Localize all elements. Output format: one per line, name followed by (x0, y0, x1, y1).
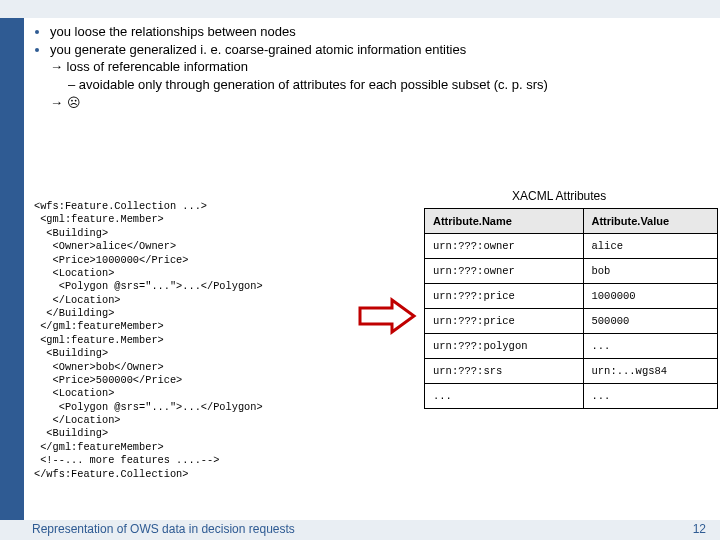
header-bar (0, 0, 720, 18)
svg-marker-0 (360, 300, 414, 332)
cell-name: urn:???:owner (425, 259, 584, 284)
cell-value: alice (583, 234, 718, 259)
cell-name: ... (425, 384, 584, 409)
slide: you loose the relationships between node… (0, 0, 720, 540)
cell-name: urn:???:price (425, 309, 584, 334)
loss-line: → loss of referencable information (50, 59, 248, 74)
arrow-sad: → ☹ (50, 95, 81, 110)
bullet-2-text: you generate generalized i. e. coarse-gr… (50, 42, 466, 57)
arrow-icon (358, 296, 418, 336)
xml-code-block: <wfs:Feature.Collection ...> <gml:featur… (34, 200, 350, 481)
table-row: urn:???:price 1000000 (425, 284, 718, 309)
lower-area: <wfs:Feature.Collection ...> <gml:featur… (34, 188, 710, 494)
cell-value: urn:...wgs84 (583, 359, 718, 384)
cell-value: 1000000 (583, 284, 718, 309)
table-row: urn:???:owner bob (425, 259, 718, 284)
table-row: urn:???:srs urn:...wgs84 (425, 359, 718, 384)
bullet-2: you generate generalized i. e. coarse-gr… (50, 42, 714, 111)
bullet-list-area: you loose the relationships between node… (34, 24, 714, 113)
cell-value: 500000 (583, 309, 718, 334)
cell-value: bob (583, 259, 718, 284)
cell-name: urn:???:price (425, 284, 584, 309)
dash-1: avoidable only through generation of att… (68, 77, 714, 93)
cell-value: ... (583, 334, 718, 359)
side-bar (0, 18, 24, 522)
table-caption: XACML Attributes (512, 189, 606, 203)
cell-name: urn:???:polygon (425, 334, 584, 359)
page-number: 12 (693, 522, 706, 536)
col-name-header: Attribute.Name (425, 209, 584, 234)
cell-name: urn:???:owner (425, 234, 584, 259)
table-row: ... ... (425, 384, 718, 409)
bullet-1: you loose the relationships between node… (50, 24, 714, 40)
attributes-table: Attribute.Name Attribute.Value urn:???:o… (424, 208, 718, 409)
table-row: urn:???:owner alice (425, 234, 718, 259)
footer-title: Representation of OWS data in decision r… (32, 522, 295, 536)
cell-value: ... (583, 384, 718, 409)
table-header-row: Attribute.Name Attribute.Value (425, 209, 718, 234)
col-value-header: Attribute.Value (583, 209, 718, 234)
cell-name: urn:???:srs (425, 359, 584, 384)
table-row: urn:???:polygon ... (425, 334, 718, 359)
table-row: urn:???:price 500000 (425, 309, 718, 334)
